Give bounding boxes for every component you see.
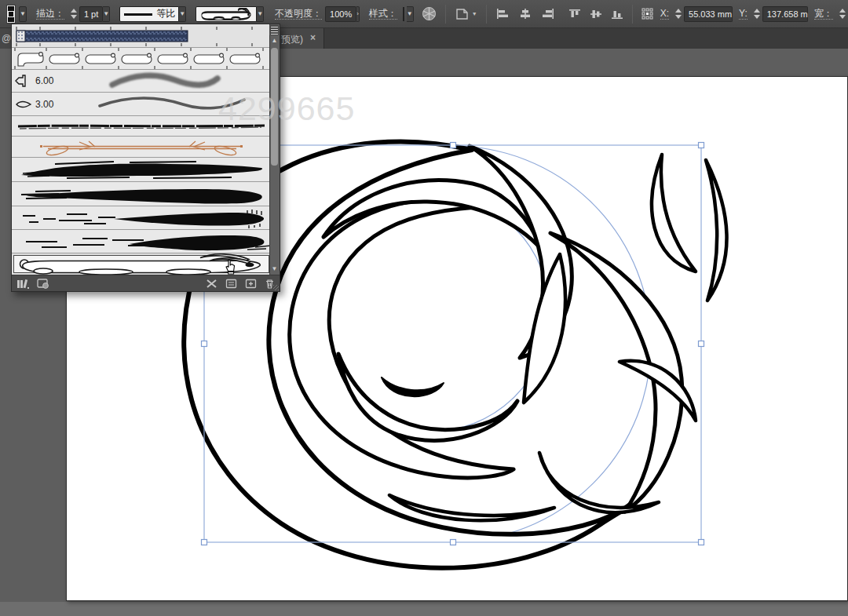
solid-crescent bbox=[382, 377, 444, 396]
align-h-center-icon[interactable] bbox=[518, 8, 532, 20]
brush-row-ornament-arrow[interactable] bbox=[12, 137, 271, 158]
style-dropdown[interactable]: ▼ bbox=[407, 6, 414, 22]
align-bottom-icon[interactable] bbox=[611, 8, 623, 20]
handle-bottom-right bbox=[699, 540, 704, 545]
x-stepper[interactable] bbox=[675, 9, 682, 19]
brush-row-dry-brush-2[interactable] bbox=[12, 230, 271, 253]
brush-size-label: 6.00 bbox=[35, 75, 53, 86]
align-top-icon[interactable] bbox=[568, 8, 581, 20]
stroke-weight-stepper[interactable] bbox=[71, 9, 77, 19]
panel-footer bbox=[12, 275, 280, 291]
remove-brush-stroke-icon[interactable] bbox=[206, 279, 217, 289]
stroke-weight-dropdown[interactable]: ▼ bbox=[103, 6, 110, 22]
opacity-more-button[interactable]: › bbox=[356, 6, 360, 22]
handle-bottom-center bbox=[451, 540, 456, 545]
rabbit-brush-thumbnail bbox=[199, 8, 253, 20]
brush-row-ink-solid[interactable] bbox=[12, 182, 271, 206]
handle-mid-right bbox=[699, 341, 704, 347]
y-field[interactable]: 137.658 m bbox=[762, 6, 808, 22]
brush-options-icon[interactable] bbox=[225, 279, 237, 289]
brush-row-charcoal-6[interactable]: 6.00 bbox=[12, 70, 271, 93]
handle-top-right bbox=[699, 143, 704, 148]
handle-bottom-left bbox=[202, 540, 207, 545]
sound-brush-icon bbox=[16, 75, 25, 86]
object-proxy-dropdown[interactable]: ▼ bbox=[19, 6, 27, 22]
artboard-options-icon[interactable]: ▼ bbox=[455, 7, 477, 21]
brush-row-rabbit-art-selected[interactable] bbox=[12, 253, 271, 275]
stroke-weight-field[interactable]: 1 pt bbox=[79, 6, 103, 22]
document-title-fragment: 预览) bbox=[281, 33, 303, 46]
brush-row-ink-rough[interactable] bbox=[12, 158, 271, 182]
panel-menu-icon[interactable] bbox=[269, 25, 279, 35]
opacity-label[interactable]: 不透明度： bbox=[275, 9, 322, 20]
brush-row-rabbit-pattern[interactable] bbox=[12, 48, 271, 70]
tab-close-icon[interactable]: × bbox=[310, 32, 316, 43]
document-title-fragment-left: @ bbox=[2, 33, 11, 44]
uniform-profile-line bbox=[123, 11, 152, 17]
brushes-panel: 6.00 3.00 bbox=[11, 24, 280, 292]
separator bbox=[486, 5, 487, 24]
recolor-artwork-icon[interactable] bbox=[422, 6, 437, 21]
handle-top-center bbox=[451, 143, 456, 148]
nib-brush-icon bbox=[16, 102, 31, 108]
brush-row-charcoal-3[interactable]: 3.00 bbox=[12, 93, 271, 116]
width-profile-preview[interactable]: 等比 bbox=[119, 6, 179, 22]
width-stepper[interactable] bbox=[839, 9, 846, 19]
scroll-down-icon[interactable]: ▼ bbox=[271, 266, 278, 272]
scroll-thumb[interactable] bbox=[271, 48, 278, 166]
separator bbox=[445, 5, 446, 24]
x-field[interactable]: 55.033 mm bbox=[684, 6, 733, 22]
scroll-up-icon[interactable]: ▲ bbox=[271, 38, 278, 44]
y-stepper[interactable] bbox=[754, 9, 760, 19]
style-label[interactable]: 样式： bbox=[369, 9, 397, 20]
y-label[interactable]: Y: bbox=[739, 9, 747, 20]
illustrator-window: ▼ 描边： 1 pt ▼ 等比 ▼ ▼ 不透明度： 100% › 样式： bbox=[0, 0, 848, 616]
align-left-icon[interactable] bbox=[495, 8, 510, 20]
brush-definition-preview[interactable] bbox=[196, 6, 257, 22]
x-label[interactable]: X: bbox=[660, 9, 669, 20]
brush-row-charcoal-line[interactable] bbox=[12, 116, 271, 137]
brush-row-denim-pattern[interactable] bbox=[12, 24, 271, 48]
profile-name: 等比 bbox=[156, 7, 175, 20]
new-brush-icon[interactable] bbox=[245, 279, 257, 289]
brush-libraries-icon[interactable] bbox=[16, 279, 29, 289]
width-label[interactable]: 宽： bbox=[814, 9, 833, 20]
pasteboard-bottom bbox=[0, 602, 848, 616]
library-panel-icon[interactable] bbox=[37, 279, 49, 289]
stroke-label[interactable]: 描边： bbox=[36, 9, 64, 20]
separator bbox=[632, 5, 633, 24]
align-v-center-icon[interactable] bbox=[590, 8, 602, 20]
handle-mid-left bbox=[202, 341, 207, 347]
brush-definition-dropdown[interactable]: ▼ bbox=[257, 6, 264, 22]
panel-scrollbar[interactable]: ▲ ▼ bbox=[269, 24, 280, 275]
panel-resize-grip[interactable] bbox=[273, 285, 279, 290]
brush-row-dry-brush[interactable] bbox=[12, 206, 271, 230]
brush-size-label: 3.00 bbox=[35, 99, 53, 110]
reference-point-grid-icon[interactable] bbox=[641, 8, 653, 20]
brush-list: 6.00 3.00 bbox=[12, 24, 271, 275]
style-swatch[interactable] bbox=[403, 7, 404, 21]
object-proxy-icon[interactable] bbox=[7, 5, 15, 23]
opacity-field[interactable]: 100% bbox=[325, 6, 356, 22]
width-profile-dropdown[interactable]: ▼ bbox=[179, 6, 186, 22]
align-right-icon[interactable] bbox=[541, 8, 555, 20]
